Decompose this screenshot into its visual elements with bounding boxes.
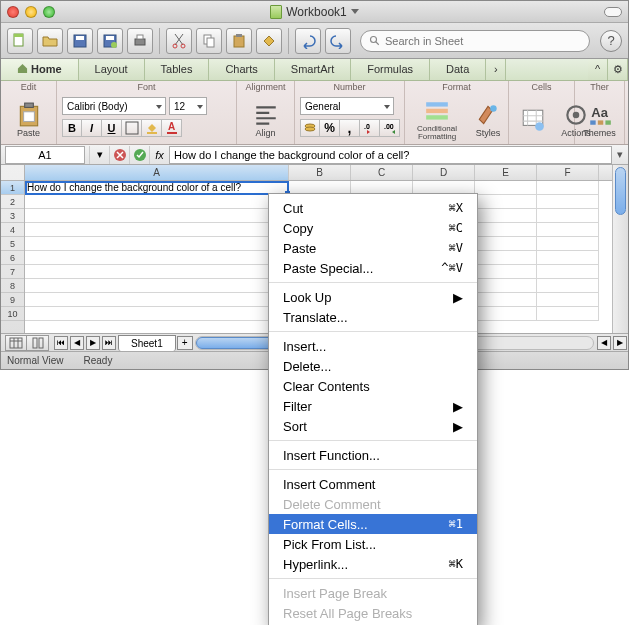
- cell-F3[interactable]: [537, 209, 599, 223]
- row-header-5[interactable]: 5: [1, 237, 24, 251]
- conditional-formatting-button[interactable]: Conditional Formatting: [409, 96, 465, 144]
- styles-button[interactable]: Styles: [468, 96, 508, 144]
- normal-view-button[interactable]: [5, 335, 27, 351]
- format-painter-button[interactable]: [256, 28, 282, 54]
- cell-E5[interactable]: [475, 237, 537, 251]
- cm-sort[interactable]: Sort▶: [269, 416, 477, 436]
- insert-cells-button[interactable]: [513, 96, 553, 144]
- save-as-button[interactable]: [97, 28, 123, 54]
- ribbon-settings[interactable]: ⚙: [608, 59, 628, 80]
- number-format-combo[interactable]: General: [300, 97, 394, 115]
- italic-button[interactable]: I: [82, 119, 102, 137]
- cm-translate[interactable]: Translate...: [269, 307, 477, 327]
- col-header-c[interactable]: C: [351, 165, 413, 180]
- row-header-3[interactable]: 3: [1, 209, 24, 223]
- cm-cut[interactable]: Cut⌘X: [269, 198, 477, 218]
- search-box[interactable]: [360, 30, 590, 52]
- cell-A6[interactable]: [25, 251, 289, 265]
- cell-E4[interactable]: [475, 223, 537, 237]
- sheet-nav-first[interactable]: ⏮: [54, 336, 68, 350]
- sheet-nav-next[interactable]: ▶: [86, 336, 100, 350]
- row-header-10[interactable]: 10: [1, 307, 24, 321]
- cm-lookup[interactable]: Look Up▶: [269, 287, 477, 307]
- cell-E10[interactable]: [475, 307, 537, 321]
- cm-clear[interactable]: Clear Contents: [269, 376, 477, 396]
- cm-delete[interactable]: Delete...: [269, 356, 477, 376]
- undo-button[interactable]: [295, 28, 321, 54]
- help-button[interactable]: ?: [600, 30, 622, 52]
- cell-F4[interactable]: [537, 223, 599, 237]
- cell-A9[interactable]: [25, 293, 289, 307]
- row-header-8[interactable]: 8: [1, 279, 24, 293]
- title-dropdown-icon[interactable]: [351, 9, 359, 14]
- search-input[interactable]: [385, 35, 567, 47]
- tab-layout[interactable]: Layout: [79, 59, 145, 80]
- formula-dropdown[interactable]: ▾: [89, 146, 109, 164]
- tab-charts[interactable]: Charts: [209, 59, 274, 80]
- paste-big-button[interactable]: Paste: [9, 96, 49, 144]
- cell-E3[interactable]: [475, 209, 537, 223]
- sheet-nav-last[interactable]: ⏭: [102, 336, 116, 350]
- row-header-7[interactable]: 7: [1, 265, 24, 279]
- save-button[interactable]: [67, 28, 93, 54]
- cm-format-cells[interactable]: Format Cells...⌘1: [269, 514, 477, 534]
- align-button[interactable]: Align: [246, 96, 286, 144]
- font-color-button[interactable]: A: [162, 119, 182, 137]
- select-all-corner[interactable]: [1, 165, 24, 181]
- row-header-9[interactable]: 9: [1, 293, 24, 307]
- row-header-4[interactable]: 4: [1, 223, 24, 237]
- ribbon-collapse[interactable]: ^: [588, 59, 608, 80]
- cm-copy[interactable]: Copy⌘C: [269, 218, 477, 238]
- bold-button[interactable]: B: [62, 119, 82, 137]
- vertical-scrollbar[interactable]: [612, 165, 628, 333]
- tab-formulas[interactable]: Formulas: [351, 59, 430, 80]
- tab-scroll-right[interactable]: ›: [486, 59, 506, 80]
- cell-A8[interactable]: [25, 279, 289, 293]
- enter-formula-button[interactable]: [129, 146, 149, 164]
- font-name-combo[interactable]: Calibri (Body): [62, 97, 166, 115]
- cm-pick-from-list[interactable]: Pick From List...: [269, 534, 477, 554]
- cell-F10[interactable]: [537, 307, 599, 321]
- cell-F2[interactable]: [537, 195, 599, 209]
- font-size-combo[interactable]: 12: [169, 97, 207, 115]
- cell-E9[interactable]: [475, 293, 537, 307]
- cm-paste-special[interactable]: Paste Special...^⌘V: [269, 258, 477, 278]
- sheet-nav-prev[interactable]: ◀: [70, 336, 84, 350]
- cell-F1[interactable]: [537, 181, 599, 195]
- cell-F5[interactable]: [537, 237, 599, 251]
- cell-A3[interactable]: [25, 209, 289, 223]
- cell-E7[interactable]: [475, 265, 537, 279]
- cell-A10[interactable]: [25, 307, 289, 321]
- cell-A4[interactable]: [25, 223, 289, 237]
- horizontal-scrollbar-thumb[interactable]: [196, 337, 276, 349]
- underline-button[interactable]: U: [102, 119, 122, 137]
- col-header-e[interactable]: E: [475, 165, 537, 180]
- comma-button[interactable]: ,: [340, 119, 360, 137]
- cell-E6[interactable]: [475, 251, 537, 265]
- col-header-a[interactable]: A: [25, 165, 289, 180]
- cell-F8[interactable]: [537, 279, 599, 293]
- tab-data[interactable]: Data: [430, 59, 486, 80]
- decrease-decimal-button[interactable]: .0: [360, 119, 380, 137]
- cm-insert[interactable]: Insert...: [269, 336, 477, 356]
- cell-F9[interactable]: [537, 293, 599, 307]
- cell-A7[interactable]: [25, 265, 289, 279]
- cell-F7[interactable]: [537, 265, 599, 279]
- cell-E2[interactable]: [475, 195, 537, 209]
- vertical-scrollbar-thumb[interactable]: [615, 167, 626, 215]
- themes-button[interactable]: Aa Themes: [580, 96, 620, 144]
- cm-filter[interactable]: Filter▶: [269, 396, 477, 416]
- name-box[interactable]: A1: [5, 146, 85, 164]
- increase-decimal-button[interactable]: .00: [380, 119, 400, 137]
- cell-F6[interactable]: [537, 251, 599, 265]
- open-button[interactable]: [37, 28, 63, 54]
- cancel-formula-button[interactable]: [109, 146, 129, 164]
- formula-bar-expand[interactable]: ▾: [612, 148, 628, 161]
- copy-button[interactable]: [196, 28, 222, 54]
- cm-insert-function[interactable]: Insert Function...: [269, 445, 477, 465]
- print-button[interactable]: [127, 28, 153, 54]
- cell-E1[interactable]: [475, 181, 537, 195]
- fx-button[interactable]: fx: [149, 146, 169, 164]
- cell-E8[interactable]: [475, 279, 537, 293]
- row-header-6[interactable]: 6: [1, 251, 24, 265]
